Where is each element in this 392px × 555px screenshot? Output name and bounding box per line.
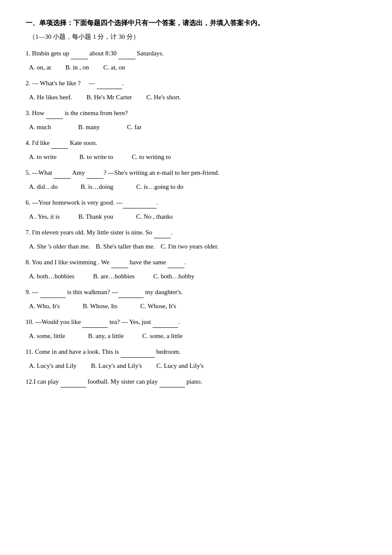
option-3c: C. far — [127, 121, 141, 133]
option-4a: A. to write — [29, 151, 57, 163]
question-1: 1. Binbin gets up about 8:30 Saturdays. — [26, 48, 366, 59]
blank-5a — [54, 171, 71, 179]
option-2a: A. He likes beef. — [29, 92, 72, 103]
question-6: 6. ---Your homework is very good. ---. — [26, 197, 366, 208]
option-11b: B. Lucy's and Lily's — [91, 360, 142, 372]
question-2: 2. — What's he like ? — . — [26, 78, 366, 89]
sub-title: （1—30 小题，每小题 1 分，计 30 分） — [29, 31, 366, 43]
options-7: A. She 's older than me. B. She's taller… — [29, 241, 366, 252]
blank-2 — [97, 81, 122, 89]
option-4b: B. to write to — [79, 151, 113, 163]
option-5c: C. is…going to do — [136, 181, 184, 193]
option-2b: B. He's Mr Carter — [86, 92, 132, 103]
option-8b: B. are…hobbies — [93, 271, 134, 282]
question-11: 11. Come in and have a look. This is bed… — [26, 346, 366, 358]
option-9a: A. Who, It's — [29, 301, 60, 312]
question-4: 4. I'd like Kate soon. — [26, 137, 366, 149]
blank-9a — [40, 290, 66, 298]
question-7: 7. I'm eleven years old. My little siste… — [26, 227, 366, 238]
option-9b: B. Whose, Its — [83, 301, 117, 312]
blank-11 — [121, 350, 155, 358]
blank-9b — [118, 290, 144, 298]
option-10b: B. any, a little — [88, 330, 124, 342]
question-8: 8. You and I like swimming . We have the… — [26, 257, 366, 268]
option-10c: C. some, a little — [142, 330, 183, 342]
options-4: A. to write B. to write to C. to writing… — [29, 151, 366, 163]
option-1c: C. at, on — [104, 62, 125, 73]
option-3b: B. many — [78, 121, 100, 133]
blank-8a — [111, 260, 128, 268]
blank-4 — [51, 141, 68, 149]
options-1: A. on, at B. in , on C. at, on — [29, 62, 366, 73]
option-3a: A. much — [29, 121, 51, 133]
option-8c: C. both…hobby — [153, 271, 195, 282]
option-8a: A. both…hobbies — [29, 271, 75, 282]
option-10a: A. some, little — [29, 330, 65, 342]
option-9c: C. Whose, It's — [140, 301, 176, 312]
option-5b: B. is…doing — [81, 181, 113, 193]
options-9: A. Who, It's B. Whose, Its C. Whose, It'… — [29, 301, 366, 312]
options-5: A. did…do B. is…doing C. is…going to do — [29, 181, 366, 193]
blank-3 — [46, 111, 63, 119]
question-12: 12.I can play football. My sister can pl… — [26, 376, 366, 387]
question-5: 5. ---What Amy ? ---She's writing an e-m… — [26, 167, 366, 179]
options-6: A . Yes, it is B. Thank you C. No , than… — [29, 211, 366, 223]
blank-10b — [153, 320, 178, 328]
options-3: A. much B. many C. far — [29, 121, 366, 133]
option-6a: A . Yes, it is — [29, 211, 60, 223]
blank-12b — [159, 380, 185, 387]
option-6b: B. Thank you — [78, 211, 113, 223]
option-7a: A. She 's older than me. — [29, 241, 90, 252]
blank-1b — [118, 52, 135, 59]
option-5a: A. did…do — [29, 181, 58, 193]
option-11a: A. Lucy's and Lily — [29, 360, 77, 372]
question-10: 10. ---Would you like tea? --- Yes, just… — [26, 316, 366, 328]
blank-12a — [61, 380, 86, 387]
options-2: A. He likes beef. B. He's Mr Carter C. H… — [29, 92, 366, 103]
blank-8b — [167, 260, 184, 268]
option-2c: C. He's short. — [147, 92, 181, 103]
option-4c: C. to writing to — [132, 151, 171, 163]
blank-6 — [123, 201, 157, 208]
question-9: 9. --- is this walkman? --- my daughter'… — [26, 286, 366, 298]
options-8: A. both…hobbies B. are…hobbies C. both…h… — [29, 271, 366, 282]
option-11c: C. Lucy and Lily's — [156, 360, 204, 372]
blank-10a — [82, 320, 108, 328]
question-3: 3. How is the cinema from here? — [26, 107, 366, 119]
option-6c: C. No , thanks — [136, 211, 173, 223]
blank-5b — [86, 171, 104, 179]
option-1a: A. on, at — [29, 62, 51, 73]
section-title: 一、单项选择：下面每题四个选择中只有一个答案，请选出，并填入答案卡内。 — [26, 17, 366, 29]
options-10: A. some, little B. any, a little C. some… — [29, 330, 366, 342]
options-11: A. Lucy's and Lily B. Lucy's and Lily's … — [29, 360, 366, 372]
option-7b: B. She's taller than me. — [96, 241, 155, 252]
blank-7 — [154, 231, 171, 238]
option-7c: C. I'm two years older. — [161, 241, 219, 252]
blank-1a — [71, 52, 88, 59]
option-1b: B. in , on — [65, 62, 89, 73]
